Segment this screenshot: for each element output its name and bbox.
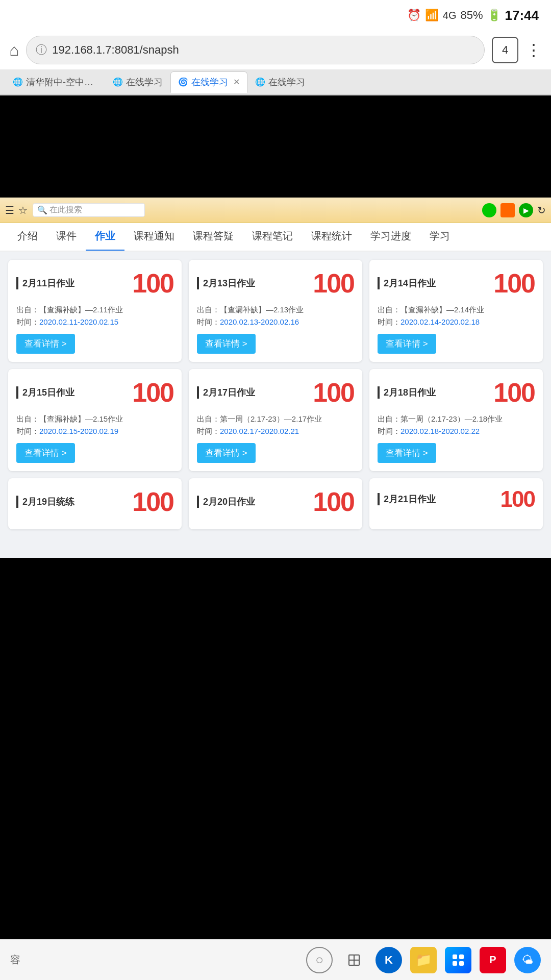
tab-count: 4	[502, 43, 508, 57]
card-3-date: 2020.02.15-2020.02.19	[39, 427, 118, 435]
wifi-icon: 📶	[425, 9, 439, 22]
assignment-card-4: 2月17日作业 100 出自：第一周（2.17-23）—2.17作业 时间：20…	[189, 369, 362, 471]
tab-close-2[interactable]: ✕	[233, 77, 240, 87]
url-bar-row: ⌂ ⓘ 192.168.1.7:8081/snapsh 4 ⋮	[0, 31, 551, 69]
card-2-time-label: 时间：	[378, 317, 400, 326]
home-button[interactable]: ⌂	[9, 41, 19, 60]
assignment-grid: 2月11日作业 100 出自：【查漏补缺】—2.11作业 时间：2020.02.…	[8, 260, 543, 529]
taskbar-k-icon[interactable]: K	[375, 947, 402, 973]
card-6-score: 100	[132, 486, 173, 517]
tab-qa[interactable]: 课程答疑	[184, 223, 243, 251]
tab-label-0: 清华附中-空中学堂 学生首页	[26, 76, 97, 88]
card-1-date: 2020.02.13-2020.02.16	[220, 317, 299, 326]
card-8-title: 2月21日作业	[378, 493, 436, 505]
page-star-icon[interactable]: ☆	[18, 204, 28, 216]
wechat-icon[interactable]	[482, 203, 496, 217]
card-4-from: 出自：第一周（2.17-23）—2.17作业	[197, 414, 322, 423]
card-2-title: 2月14日作业	[378, 277, 436, 289]
svg-rect-1	[354, 955, 359, 960]
tab-notice[interactable]: 课程通知	[124, 223, 184, 251]
card-5-title-row: 2月18日作业 100	[378, 377, 535, 408]
battery-level: 85%	[460, 9, 483, 22]
inner-site-tab-list: 介绍 课件 作业 课程通知 课程答疑 课程笔记 课程统计 学习进度	[8, 223, 459, 251]
tab-stats[interactable]: 课程统计	[302, 223, 361, 251]
assignment-card-1: 2月13日作业 100 出自：【查漏补缺】—2.13作业 时间：2020.02.…	[189, 260, 362, 362]
black-top-area	[0, 95, 551, 198]
tab-intro[interactable]: 介绍	[8, 223, 47, 251]
svg-rect-7	[453, 961, 457, 966]
svg-rect-3	[354, 960, 359, 965]
tab-favicon-0: 🌐	[13, 77, 23, 87]
card-4-title-row: 2月17日作业 100	[197, 377, 354, 408]
card-1-detail-btn[interactable]: 查看详情 >	[197, 334, 256, 354]
video-icon[interactable]	[500, 203, 515, 217]
browser-tab-1[interactable]: 🌐 在线学习	[105, 71, 170, 93]
card-0-title-row: 2月11日作业 100	[16, 268, 173, 299]
svg-rect-5	[453, 954, 457, 959]
tab-notes[interactable]: 课程笔记	[243, 223, 302, 251]
card-7-title: 2月20日作业	[197, 496, 255, 508]
info-icon: ⓘ	[36, 42, 47, 58]
card-2-meta: 出自：【查漏补缺】—2.14作业 时间：2020.02.14-2020.02.1…	[378, 304, 535, 328]
tab-courseware[interactable]: 课件	[47, 223, 86, 251]
status-icons: ⏰ 📶 4G 85% 🔋 17:44	[407, 8, 539, 23]
page-search-bar[interactable]: 🔍 在此搜索	[33, 203, 145, 217]
browser-tab-3[interactable]: 🌐 在线学习	[247, 71, 313, 93]
card-5-title: 2月18日作业	[378, 386, 436, 399]
card-0-time-label: 时间：	[16, 317, 39, 326]
taskbar-weather-icon[interactable]: 🌤	[514, 947, 541, 973]
taskbar-pocket-icon[interactable]: P	[480, 947, 506, 973]
status-time: 17:44	[505, 8, 539, 23]
card-5-detail-btn[interactable]: 查看详情 >	[378, 443, 436, 463]
taskbar-home-circle[interactable]: ○	[306, 947, 333, 973]
search-icon: 🔍	[37, 205, 47, 215]
url-bar[interactable]: ⓘ 192.168.1.7:8081/snapsh	[26, 36, 485, 64]
assignment-card-6: 2月19日统练 100	[8, 478, 182, 529]
browser-menu-button[interactable]: ⋮	[525, 40, 542, 60]
card-5-from: 出自：第一周（2.17-23）—2.18作业	[378, 414, 503, 423]
alarm-icon: ⏰	[407, 9, 421, 22]
signal-icon: 4G	[443, 10, 457, 21]
page-menu-icon[interactable]: ☰	[5, 204, 14, 216]
card-5-score: 100	[493, 377, 535, 408]
tab-progress[interactable]: 学习进度	[361, 223, 420, 251]
card-5-meta: 出自：第一周（2.17-23）—2.18作业 时间：2020.02.18-202…	[378, 413, 535, 437]
tab-label-2: 在线学习	[191, 76, 228, 88]
card-6-title-row: 2月19日统练 100	[16, 486, 173, 517]
card-8-score: 100	[500, 486, 535, 512]
card-5-date: 2020.02.18-2020.02.22	[400, 427, 480, 435]
page-top-right-icons: ▶ ↻	[482, 203, 546, 217]
card-3-detail-btn[interactable]: 查看详情 >	[16, 443, 75, 463]
status-bar: ⏰ 📶 4G 85% 🔋 17:44	[0, 0, 551, 31]
refresh-icon[interactable]: ↻	[537, 204, 546, 216]
taskbar-folder-icon[interactable]: 📁	[410, 947, 437, 973]
taskbar-appstore-icon[interactable]	[445, 947, 471, 973]
browser-tabs-bar: 🌐 清华附中-空中学堂 学生首页 🌐 在线学习 🌀 在线学习 ✕ 🌐 在线学习	[0, 69, 551, 95]
play-icon[interactable]: ▶	[519, 203, 533, 217]
assignment-card-2: 2月14日作业 100 出自：【查漏补缺】—2.14作业 时间：2020.02.…	[369, 260, 543, 362]
tab-homework[interactable]: 作业	[86, 223, 124, 251]
card-2-score: 100	[493, 268, 535, 299]
svg-rect-0	[349, 955, 354, 960]
card-4-detail-btn[interactable]: 查看详情 >	[197, 443, 256, 463]
taskbar-recent-icon[interactable]	[341, 947, 367, 973]
card-8-title-row: 2月21日作业 100	[378, 486, 535, 512]
inner-page-tabs: 介绍 课件 作业 课程通知 课程答疑 课程笔记 课程统计 学习进度	[0, 223, 551, 252]
card-0-detail-btn[interactable]: 查看详情 >	[16, 334, 75, 354]
card-1-time-label: 时间：	[197, 317, 220, 326]
browser-tab-2[interactable]: 🌀 在线学习 ✕	[170, 71, 247, 93]
assignment-card-5: 2月18日作业 100 出自：第一周（2.17-23）—2.18作业 时间：20…	[369, 369, 543, 471]
assignment-card-0: 2月11日作业 100 出自：【查漏补缺】—2.11作业 时间：2020.02.…	[8, 260, 182, 362]
card-2-detail-btn[interactable]: 查看详情 >	[378, 334, 436, 354]
browser-tab-0[interactable]: 🌐 清华附中-空中学堂 学生首页	[5, 71, 105, 93]
battery-icon: 🔋	[487, 9, 501, 22]
assignment-card-7: 2月20日作业 100	[189, 478, 362, 529]
card-3-score: 100	[132, 377, 173, 408]
tab-favicon-3: 🌐	[255, 77, 265, 87]
tab-study[interactable]: 学习	[420, 223, 459, 251]
tab-label-1: 在线学习	[126, 76, 163, 88]
card-0-from: 出自：【查漏补缺】—2.11作业	[16, 305, 123, 314]
card-4-meta: 出自：第一周（2.17-23）—2.17作业 时间：2020.02.17-202…	[197, 413, 354, 437]
card-4-time-label: 时间：	[197, 427, 220, 435]
tab-count-button[interactable]: 4	[492, 37, 518, 63]
